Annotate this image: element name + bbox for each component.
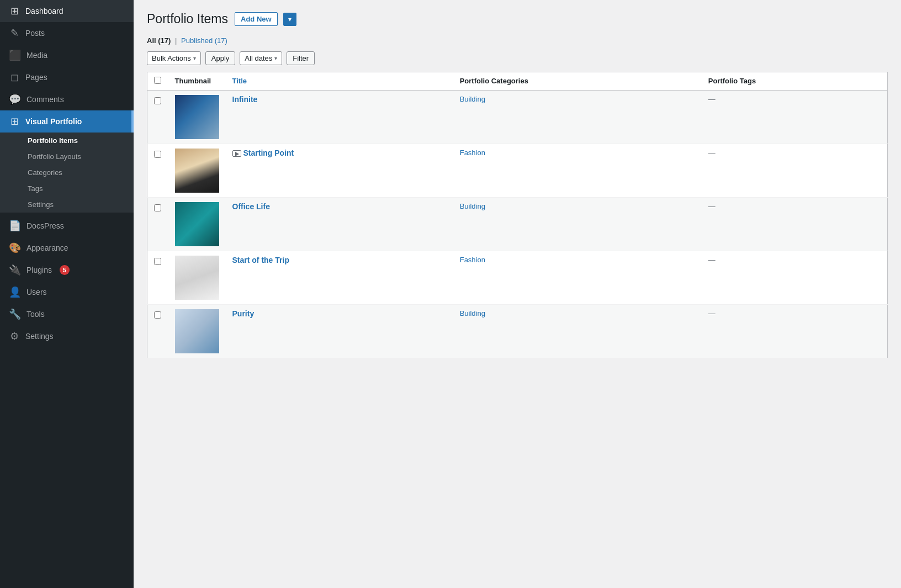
item-title-link[interactable]: Office Life (232, 202, 270, 211)
users-icon: 👤 (9, 286, 21, 298)
row-checkbox[interactable] (154, 97, 161, 104)
item-title-link[interactable]: Start of the Trip (232, 256, 289, 264)
dashboard-icon: ⊞ (9, 5, 20, 17)
bulk-actions-arrow: ▾ (193, 55, 196, 61)
sidebar: ⊞ Dashboard ✎ Posts ⬛ Media ◻ Pages 💬 Co… (0, 0, 134, 588)
submenu-visual-portfolio: Portfolio Items Portfolio Layouts Catego… (0, 133, 134, 213)
sidebar-item-visual-portfolio[interactable]: ⊞ Visual Portfolio (0, 110, 134, 133)
plugins-badge: 5 (60, 265, 70, 275)
thumbnail-image (175, 202, 219, 246)
category-link[interactable]: Building (460, 309, 485, 317)
submenu-item-categories[interactable]: Categories (0, 165, 134, 181)
tags-cell: — (702, 197, 888, 251)
sidebar-item-users[interactable]: 👤 Users (0, 281, 134, 303)
col-header-thumbnail: Thumbnail (168, 72, 226, 90)
col-header-tags: Portfolio Tags (702, 72, 888, 90)
sidebar-item-label: Tools (26, 310, 45, 319)
row-checkbox[interactable] (154, 151, 161, 158)
apply-button[interactable]: Apply (205, 51, 236, 65)
submenu-item-settings[interactable]: Settings (0, 197, 134, 213)
appearance-icon: 🎨 (9, 242, 21, 254)
comments-icon: 💬 (9, 93, 21, 105)
filter-all[interactable]: All (17) (147, 36, 173, 45)
sidebar-item-posts[interactable]: ✎ Posts (0, 22, 134, 44)
sidebar-item-settings[interactable]: ⚙ Settings (0, 325, 134, 347)
tags-cell: — (702, 251, 888, 304)
submenu-item-portfolio-items[interactable]: Portfolio Items (0, 133, 134, 149)
thumbnail-image (175, 309, 219, 353)
all-dates-arrow: ▾ (274, 55, 277, 61)
sidebar-item-plugins[interactable]: 🔌 Plugins 5 (0, 259, 134, 281)
row-checkbox[interactable] (154, 204, 161, 211)
sidebar-item-comments[interactable]: 💬 Comments (0, 88, 134, 110)
tags-cell: — (702, 144, 888, 197)
thumbnail-image (175, 149, 219, 193)
col-header-categories: Portfolio Categories (453, 72, 702, 90)
main-content: Portfolio Items Add New ▾ All (17) | Pub… (134, 0, 901, 588)
sidebar-item-label: Media (26, 51, 47, 60)
table-row: Office LifeBuilding— (147, 197, 888, 251)
row-checkbox[interactable] (154, 258, 161, 265)
sidebar-item-label: Posts (25, 29, 45, 38)
visual-portfolio-icon: ⊞ (9, 115, 20, 128)
add-new-dropdown-button[interactable]: ▾ (283, 13, 296, 26)
add-new-button[interactable]: Add New (235, 12, 278, 26)
plugins-icon: 🔌 (9, 264, 21, 276)
docspress-icon: 📄 (9, 220, 21, 232)
sidebar-item-label: Plugins (26, 266, 52, 274)
tags-cell: — (702, 304, 888, 358)
media-icon: ⬛ (9, 49, 21, 61)
select-all-checkbox[interactable] (154, 77, 161, 84)
sidebar-item-label: Appearance (26, 243, 68, 252)
page-header: Portfolio Items Add New ▾ (147, 11, 888, 28)
category-link[interactable]: Fashion (460, 256, 485, 264)
sidebar-item-pages[interactable]: ◻ Pages (0, 66, 134, 88)
bulk-actions-select-wrap[interactable]: Bulk Actions ▾ (147, 51, 201, 65)
sidebar-item-tools[interactable]: 🔧 Tools (0, 303, 134, 325)
table-toolbar: Bulk Actions ▾ Apply All dates ▾ Filter (147, 51, 888, 65)
bulk-actions-label: Bulk Actions (152, 54, 191, 62)
tags-cell: — (702, 90, 888, 144)
item-title-link[interactable]: Infinite (232, 95, 258, 104)
sidebar-item-media[interactable]: ⬛ Media (0, 44, 134, 66)
item-title-link[interactable]: Starting Point (243, 149, 294, 157)
filter-button[interactable]: Filter (287, 51, 315, 65)
table-row: PurityBuilding— (147, 304, 888, 358)
pages-icon: ◻ (9, 71, 20, 83)
sidebar-item-appearance[interactable]: 🎨 Appearance (0, 237, 134, 259)
sidebar-item-dashboard[interactable]: ⊞ Dashboard (0, 0, 134, 22)
table-row: Starting PointFashion— (147, 144, 888, 197)
posts-icon: ✎ (9, 27, 20, 39)
portfolio-items-table: Thumbnail Title Portfolio Categories Por… (147, 72, 888, 358)
col-header-checkbox (147, 72, 168, 90)
thumbnail-image (175, 95, 219, 139)
tools-icon: 🔧 (9, 308, 21, 320)
video-icon (232, 150, 241, 157)
sidebar-item-docspress[interactable]: 📄 DocsPress (0, 215, 134, 237)
table-row: Start of the TripFashion— (147, 251, 888, 304)
filter-links: All (17) | Published (17) (147, 36, 888, 45)
sidebar-item-label: Dashboard (25, 7, 63, 15)
category-link[interactable]: Building (460, 95, 485, 103)
table-row: InfiniteBuilding— (147, 90, 888, 144)
submenu-item-portfolio-layouts[interactable]: Portfolio Layouts (0, 149, 134, 165)
item-title-link[interactable]: Purity (232, 309, 255, 318)
sidebar-item-label: DocsPress (26, 221, 64, 230)
category-link[interactable]: Fashion (460, 149, 485, 157)
settings-icon: ⚙ (9, 330, 20, 342)
sidebar-item-label: Visual Portfolio (25, 117, 82, 126)
category-link[interactable]: Building (460, 202, 485, 210)
col-header-title[interactable]: Title (226, 72, 453, 90)
sidebar-item-label: Comments (26, 95, 64, 104)
row-checkbox[interactable] (154, 311, 161, 319)
filter-published[interactable]: Published (17) (181, 36, 227, 45)
sidebar-item-label: Users (26, 288, 47, 296)
sidebar-item-label: Settings (25, 332, 54, 341)
page-title: Portfolio Items (147, 11, 228, 28)
date-filter-select-wrap[interactable]: All dates ▾ (240, 51, 282, 65)
thumbnail-image (175, 256, 219, 300)
submenu-item-tags[interactable]: Tags (0, 181, 134, 197)
sidebar-item-label: Pages (25, 73, 47, 82)
all-dates-label: All dates (245, 54, 272, 62)
